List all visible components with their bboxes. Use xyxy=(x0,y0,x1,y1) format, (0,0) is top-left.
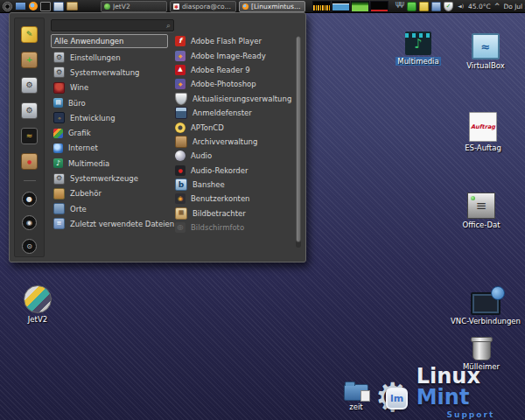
adobe-reader-icon: ▲ xyxy=(175,65,186,75)
search-input[interactable] xyxy=(54,22,166,30)
window-title: diaspora@confere... xyxy=(182,3,233,10)
screenshot-icon: ◎ xyxy=(175,222,186,233)
desktop-icon-office-dat[interactable]: ≡ Office-Dat xyxy=(453,192,509,229)
text-editor-icon[interactable]: ✎ xyxy=(21,26,38,43)
menu-category-item[interactable]: ≡ Zuletzt verwendete Dateien xyxy=(51,216,168,231)
category-list: Alle Anwendungen ⚙ Einstellungen ⚙ Syste… xyxy=(51,34,168,232)
window-title: JetV2 xyxy=(113,3,130,10)
virtualbox-icon: ≈ xyxy=(472,33,500,60)
places-category-icon xyxy=(53,203,65,214)
desktop-icon-vnc[interactable]: VNC-Verbindungen xyxy=(449,285,522,326)
menu-application-item[interactable]: ▦ Bildbetrachter xyxy=(173,206,296,220)
file-manager-launcher-icon[interactable] xyxy=(53,2,64,11)
menu-application-item[interactable]: Audio xyxy=(173,149,296,163)
login-window-icon xyxy=(175,107,187,119)
firefox-launcher-icon[interactable] xyxy=(29,2,38,10)
menu-application-item[interactable]: Archivverwaltung xyxy=(173,135,296,149)
volume-icon[interactable]: ◄) xyxy=(456,3,466,10)
menu-application-item[interactable]: ▲ Adobe Reader 9 xyxy=(173,63,296,77)
menu-category-item[interactable]: Alle Anwendungen xyxy=(51,34,168,48)
flash-player-icon: f xyxy=(175,36,186,46)
menu-application-item[interactable]: ◆ Adobe-Photoshop xyxy=(173,77,296,91)
shutdown-button[interactable]: ⊙ xyxy=(22,239,37,254)
menu-application-item[interactable]: ● Audio-Rekorder xyxy=(173,164,296,178)
terminal-launcher-icon[interactable] xyxy=(40,2,51,11)
software-install-icon[interactable]: + xyxy=(21,52,38,68)
messenger-tray-icon[interactable] xyxy=(407,2,416,11)
vnc-connections-icon xyxy=(471,292,500,315)
window-button[interactable]: JetV2 xyxy=(101,1,167,12)
favorites-separator xyxy=(24,180,36,181)
desktop-icon-es-auftag[interactable]: Auftrag ES-Auftag xyxy=(455,112,511,152)
menu-category-item[interactable]: ▤ Büro xyxy=(51,95,168,110)
menu-application-item[interactable]: b Banshee xyxy=(173,178,296,192)
folder-launcher-icon[interactable] xyxy=(66,2,78,10)
image-ready-icon: ◆ xyxy=(175,51,186,61)
notes-tray-icon[interactable] xyxy=(419,2,429,11)
panel-clock[interactable]: Do Jul 25, 14:17:38 xyxy=(503,3,525,10)
application-label: Aktualisierungsverwaltung xyxy=(192,94,291,103)
scrollbar-thumb[interactable] xyxy=(296,36,301,242)
category-label: Internet xyxy=(68,144,98,152)
workspace-tray-icon[interactable] xyxy=(431,2,441,11)
internet-category-icon xyxy=(53,144,63,153)
application-label: Benutzerkonten xyxy=(191,194,250,203)
menu-application-item[interactable]: APTonCD xyxy=(173,120,296,134)
menu-category-item[interactable]: Zubehör xyxy=(51,186,168,201)
search-icon: ⌕ xyxy=(166,22,171,30)
mint-menu: ✎+⚙⚙≈●●◉⊙ ⌕ Alle Anwendungen ⚙ Einstellu… xyxy=(9,12,306,262)
category-label: Einstellungen xyxy=(70,53,121,62)
recent-files-category-icon: ≡ xyxy=(53,218,65,229)
icon-label: VirtualBox xyxy=(465,61,507,70)
menu-application-item[interactable]: ◆ Adobe Image-Ready xyxy=(173,48,296,62)
system-config-icon[interactable]: ⚙ xyxy=(21,77,38,94)
update-shield-icon[interactable]: ✓ xyxy=(444,2,453,11)
menu-application-item[interactable]: Anmeldefenster xyxy=(173,106,296,120)
memory-graph[interactable] xyxy=(332,1,350,12)
menu-category-item[interactable]: Orte xyxy=(51,201,168,216)
menu-category-item[interactable]: ⚙ Einstellungen xyxy=(51,50,168,65)
brand-subtitle: Support Ehlertronic xyxy=(416,410,525,420)
load-graph[interactable] xyxy=(370,1,388,12)
menu-category-item[interactable]: ⚙ Systemwerkzeuge xyxy=(51,171,168,186)
graphics-category-icon xyxy=(53,129,63,138)
network-graph[interactable] xyxy=(351,1,369,12)
system-config-icon[interactable]: ⚙ xyxy=(21,102,38,119)
logout-button[interactable]: ◉ xyxy=(22,215,37,230)
menu-application-item[interactable]: Aktualisierungsverwaltung xyxy=(173,92,296,106)
menu-button-icon[interactable] xyxy=(3,2,12,11)
desktop-icon-multimedia[interactable]: ♪ Multimedia xyxy=(390,32,446,66)
application-label: Adobe Flash Player xyxy=(191,37,262,46)
brand-title: Linux Mint xyxy=(416,366,525,408)
menu-category-item[interactable]: ⚙ Systemverwaltung xyxy=(51,65,168,80)
window-button[interactable]: [Linuxmintusers.d... xyxy=(239,1,305,12)
menu-category-item[interactable]: ‹› Entwicklung xyxy=(51,110,168,125)
window-title: [Linuxmintusers.d... xyxy=(251,3,302,10)
notification-arrow-icon[interactable]: ^ xyxy=(494,3,500,10)
menu-application-item[interactable]: ◉ Benutzerkonten xyxy=(173,192,296,206)
menu-application-item[interactable]: f Adobe Flash Player xyxy=(173,34,296,48)
cpu-graph[interactable] xyxy=(312,1,331,12)
menu-category-item[interactable]: Wine xyxy=(51,80,168,95)
show-desktop-icon[interactable] xyxy=(15,2,26,10)
category-label: Multimedia xyxy=(68,159,109,168)
menu-category-item[interactable]: ♪ Multimedia xyxy=(51,156,168,171)
desktop-icon-zeit[interactable]: zeit xyxy=(328,378,384,411)
menu-category-item[interactable]: Grafik xyxy=(51,125,168,140)
es-auftrag-icon: Auftrag xyxy=(469,112,497,142)
category-label: Zuletzt verwendete Dateien xyxy=(70,220,174,228)
wine-category-icon xyxy=(53,82,65,94)
menu-category-item[interactable]: Internet xyxy=(51,141,168,156)
wireless-signal-icon[interactable]: ΨΨ xyxy=(394,3,404,10)
icon-label: Office-Dat xyxy=(461,220,502,229)
package-manager-icon[interactable]: ● xyxy=(21,153,38,170)
menu-application-item[interactable]: ◎ Bildschirmfoto xyxy=(173,220,296,234)
category-label: Entwicklung xyxy=(70,114,116,122)
desktop-icon-jetv2[interactable]: JetV2 xyxy=(10,285,66,324)
window-button[interactable]: ✱ diaspora@confere... xyxy=(170,1,236,12)
lock-screen-button[interactable]: ● xyxy=(22,192,37,206)
application-label: Bildschirmfoto xyxy=(191,223,244,232)
desktop-icon-trash[interactable]: Mülleimer xyxy=(453,336,509,371)
desktop-icon-virtualbox[interactable]: ≈ VirtualBox xyxy=(458,33,514,70)
system-monitor-icon[interactable]: ≈ xyxy=(21,128,38,144)
